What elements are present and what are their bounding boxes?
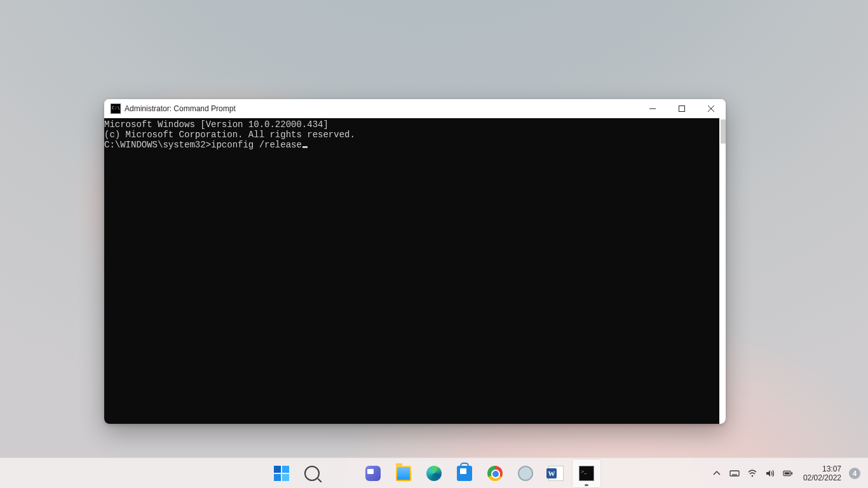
console-area[interactable]: Microsoft Windows [Version 10.0.22000.43…: [104, 118, 726, 424]
svg-rect-1: [679, 106, 685, 112]
task-view-button[interactable]: [329, 459, 356, 487]
search-icon: [304, 466, 320, 481]
taskbar-center: [268, 458, 600, 488]
desktop[interactable]: Administrator: Command Prompt Microsoft …: [0, 0, 868, 488]
window-title: Administrator: Command Prompt: [125, 104, 236, 113]
volume-icon[interactable]: [765, 468, 775, 478]
svg-marker-7: [766, 470, 770, 477]
text-cursor: [302, 146, 308, 148]
titlebar[interactable]: Administrator: Command Prompt: [104, 99, 726, 118]
svg-rect-9: [791, 472, 792, 475]
window-controls: [638, 99, 726, 118]
command-prompt-window[interactable]: Administrator: Command Prompt Microsoft …: [104, 99, 726, 424]
file-explorer-button[interactable]: [390, 459, 417, 487]
command-text: ipconfig /release: [211, 140, 302, 150]
folder-icon: [396, 466, 411, 481]
svg-point-6: [752, 475, 754, 477]
word-button[interactable]: [542, 459, 570, 487]
console-prompt-line: C:\WINDOWS\system32>ipconfig /release: [104, 140, 726, 150]
chrome-icon: [487, 466, 503, 481]
settings-app-button[interactable]: [512, 459, 539, 487]
cmd-task-icon: [579, 466, 594, 481]
gear-icon: [518, 466, 533, 481]
clock[interactable]: 13:07 02/02/2022: [799, 464, 845, 482]
notifications-badge[interactable]: 4: [849, 468, 860, 479]
search-button[interactable]: [298, 459, 326, 487]
store-icon: [457, 466, 472, 481]
command-prompt-task-button[interactable]: [573, 459, 600, 487]
scrollbar-track[interactable]: [719, 118, 726, 424]
start-button[interactable]: [268, 459, 295, 487]
battery-icon[interactable]: [783, 468, 793, 478]
tray-icon-group[interactable]: [707, 468, 798, 478]
word-icon: [548, 466, 564, 481]
chrome-button[interactable]: [481, 459, 509, 487]
chevron-up-icon[interactable]: [712, 468, 722, 478]
minimize-button[interactable]: [638, 99, 667, 118]
chat-button[interactable]: [359, 459, 387, 487]
console-line: Microsoft Windows [Version 10.0.22000.43…: [104, 119, 726, 130]
svg-rect-10: [785, 472, 790, 475]
close-button[interactable]: [696, 99, 726, 118]
keyboard-icon[interactable]: [729, 468, 740, 478]
edge-icon: [426, 466, 442, 481]
time-text: 13:07: [822, 464, 841, 473]
chat-icon: [365, 466, 381, 481]
taskbar: 13:07 02/02/2022 4: [0, 458, 868, 488]
svg-rect-4: [730, 471, 739, 476]
task-view-icon: [335, 466, 350, 481]
date-text: 02/02/2022: [803, 473, 841, 482]
notif-count: 4: [853, 470, 857, 477]
windows-logo-icon: [274, 466, 289, 481]
wifi-icon[interactable]: [747, 468, 757, 478]
edge-button[interactable]: [420, 459, 448, 487]
cmd-icon: [111, 104, 121, 114]
prompt-text: C:\WINDOWS\system32>: [104, 140, 211, 150]
maximize-button[interactable]: [667, 99, 696, 118]
console-line: (c) Microsoft Corporation. All rights re…: [104, 130, 726, 140]
scrollbar-thumb[interactable]: [721, 119, 726, 144]
system-tray: 13:07 02/02/2022 4: [707, 458, 868, 488]
microsoft-store-button[interactable]: [451, 459, 478, 487]
